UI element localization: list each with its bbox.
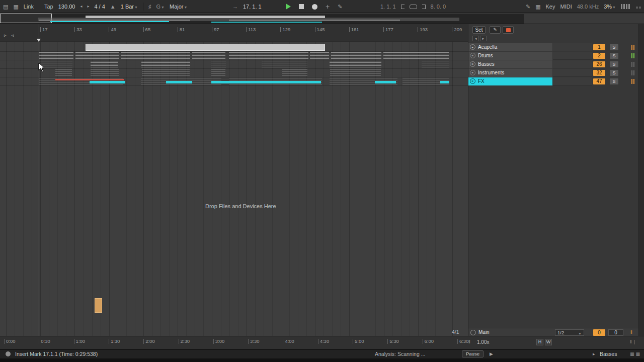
nudge-up-icon[interactable]: ▸ [87,5,89,9]
optimize-height-button[interactable]: H [536,339,543,345]
scale-root-menu[interactable]: G▼ [156,4,165,10]
quantize-menu[interactable]: 1 Bar▼ [121,4,138,10]
pause-analysis-button[interactable]: Pause [462,350,484,357]
bar-number-label: 97 [212,27,219,32]
metronome-icon[interactable]: ▲ [110,4,116,10]
next-marker-button[interactable]: ▸ [480,36,487,41]
solo-button[interactable]: S [610,44,618,50]
session-view-icon[interactable]: ▦ [13,4,18,10]
nudge-down-icon[interactable]: ◂ [80,5,82,9]
track-mixer-area[interactable] [553,69,592,77]
time-label: 1:00 [74,339,86,344]
cpu-meter-menu[interactable]: 3%▼ [604,4,616,10]
set-locator-button[interactable]: Set [472,26,486,34]
stop-button[interactable] [299,4,304,9]
track-name-cell[interactable]: ▸ Acapella [468,43,552,51]
solo-button[interactable]: S [610,61,618,67]
scroll-zoom-icons[interactable]: ‖| [630,339,637,344]
track-activity-indicator [631,45,634,50]
solo-button[interactable]: S [610,53,618,59]
track-name-cell[interactable]: ≡ Basses [468,60,552,68]
bar-number-label: 81 [178,27,185,32]
track-value-box[interactable]: 2 [593,53,605,59]
track-header-acapella[interactable]: ▸ Acapella 1 S [468,43,638,51]
midi-map-button[interactable]: MIDI [560,4,572,10]
key-map-button[interactable]: Key [546,4,555,10]
lane-separator [0,68,468,69]
automation-arm-button[interactable] [503,26,514,34]
automation-pencil-icon[interactable]: ✎ [526,4,530,10]
track-fold-icon[interactable]: ≡ [470,78,475,84]
browser-toggle-icon[interactable]: ▤ [3,4,8,10]
solo-button[interactable]: S [610,78,618,84]
track-header-fx[interactable]: ≡ FX 47 S [468,77,638,85]
main-volume-box[interactable]: 0 [593,329,605,336]
bar-number-label: 193 [418,27,428,32]
track-mixer-area[interactable] [553,60,592,68]
track-header-basses[interactable]: ≡ Basses 26 S [468,60,638,68]
time-signature-field[interactable]: 4 / 4 [94,4,105,10]
loop-switch-icon[interactable] [410,5,417,9]
new-button[interactable]: + [326,3,330,10]
track-fold-icon[interactable]: ≡ [470,70,475,75]
tempo-field[interactable]: 130.00 [58,4,75,10]
punch-out-icon[interactable] [422,5,426,9]
scale-name-menu[interactable]: Major▼ [170,4,187,10]
track-value-box[interactable]: 32 [593,70,605,76]
track-name-cell[interactable]: ≡ Instruments [468,69,552,77]
link-button[interactable]: Link [24,4,34,10]
track-mixer-area[interactable] [553,43,592,51]
track-mixer-area[interactable] [553,52,592,60]
pencil-button[interactable]: ✎ [490,26,501,34]
follow-icon[interactable]: → [232,4,238,10]
beat-time-ruler[interactable]: ▹◃ 173349658197113129145161177193209 [0,24,468,42]
time-label: 1:30 [109,339,120,344]
draw-mode-icon[interactable]: ✎ [338,4,342,10]
main-pan-box[interactable]: 0 [608,329,623,336]
status-bar: Insert Mark 17.1.1 (Time: 0:29:538) Anal… [0,349,644,358]
arrangement-area[interactable] [0,42,468,336]
main-track-header[interactable]: Main 1/2▼ 0 0 ‖ [468,328,638,336]
track-fold-icon[interactable]: ≡ [470,61,475,67]
arrangement-overview[interactable] [0,14,644,24]
track-header-drums[interactable]: ≡ Drums 2 S [468,52,638,60]
time-ruler[interactable]: ‖ 1.00x H W ‖| 0:000:301:001:302:002:303… [0,336,644,349]
arrangement-position-field[interactable]: 17. 1. 1 [243,4,262,10]
loop-start-field[interactable]: 1. 1. 1 [380,4,396,10]
track-header-instruments[interactable]: ≡ Instruments 32 S [468,69,638,77]
track-name-label: FX [478,78,485,84]
track-fold-icon[interactable]: ≡ [470,53,475,58]
prev-marker-button[interactable]: ◂ [472,36,479,41]
track-name-cell[interactable]: ≡ FX [468,77,552,85]
playhead-marker-icon[interactable] [37,39,41,42]
track-name-cell[interactable]: ≡ Drums [468,52,552,60]
bar-number-label: 129 [280,27,290,32]
playback-speed-value[interactable]: 1.00x [477,339,489,345]
track-nav-icon[interactable]: ▸ [593,351,595,356]
record-button[interactable] [312,4,317,10]
arrangement-marker-icons[interactable]: ▹◃ [4,33,19,38]
computer-midi-keyboard-icon[interactable]: ▦ [535,4,540,10]
track-name-label: Basses [478,61,495,67]
crossfade-selector[interactable]: 1/2▼ [555,329,584,336]
optimize-width-button[interactable]: W [545,339,552,345]
track-fold-icon[interactable]: ▸ [470,44,475,50]
track-value-box[interactable]: 47 [593,78,605,84]
vertical-scrollbar[interactable] [638,24,644,336]
floating-clip-fragment[interactable] [95,298,102,313]
loop-length-field[interactable]: 8. 0. 0 [431,4,446,10]
keyboard-status-icons: ▦▦ [630,351,641,356]
status-message: Insert Mark 17.1.1 (Time: 0:29:538) [15,351,98,357]
overview-segment [211,22,322,23]
resume-analysis-icon[interactable]: ▶ [490,351,493,356]
main-track-name[interactable]: Main [478,329,490,335]
tap-tempo-button[interactable]: Tap [44,4,53,10]
track-value-box[interactable]: 26 [593,61,605,67]
bar-number-label: 17 [40,27,48,32]
track-mixer-area[interactable] [553,77,592,85]
punch-in-icon[interactable] [401,5,405,9]
solo-button[interactable]: S [610,70,618,76]
track-value-box[interactable]: 1 [593,44,605,50]
scale-mode-icon[interactable]: ♯ [148,4,151,10]
play-button[interactable] [286,4,291,10]
